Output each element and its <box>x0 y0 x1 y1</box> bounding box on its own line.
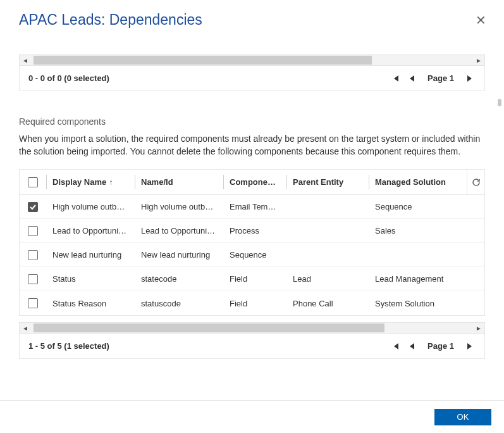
dialog-header: APAC Leads: Dependencies ✕ <box>0 0 504 35</box>
dialog-body: ◄ ► 0 - 0 of 0 (0 selected) Page 1 Requi… <box>0 35 504 390</box>
top-pager-status: 0 - 0 of 0 (0 selected) <box>28 73 109 83</box>
dialog-vertical-scrollbar[interactable] <box>496 35 501 390</box>
bottom-horizontal-scrollbar[interactable]: ◄ ► <box>19 322 485 334</box>
row-check-cell <box>20 226 46 236</box>
required-components-description: When you import a solution, the required… <box>19 133 485 158</box>
row-checkbox[interactable] <box>28 226 38 236</box>
cell-name-id: High volume outbou... <box>135 202 223 211</box>
select-all-checkbox[interactable] <box>28 177 38 187</box>
cell-name-id: statecode <box>135 274 223 284</box>
scroll-thumb[interactable] <box>34 323 384 332</box>
col-parent-entity-label: Parent Entity <box>293 177 343 187</box>
close-icon[interactable]: ✕ <box>473 11 489 29</box>
table-row[interactable]: High volume outbou...High volume outbou.… <box>20 195 484 219</box>
top-grid-footer: ◄ ► 0 - 0 of 0 (0 selected) Page 1 <box>19 54 485 91</box>
sort-asc-icon: ↑ <box>109 178 113 187</box>
col-managed-solution[interactable]: Managed Solution <box>369 170 467 194</box>
scroll-thumb[interactable] <box>34 56 372 65</box>
cell-name-id: statuscode <box>135 299 223 308</box>
dialog-footer: OK <box>0 400 504 433</box>
ok-button[interactable]: OK <box>434 409 491 425</box>
scroll-right-icon[interactable]: ► <box>473 325 484 332</box>
cell-component-type: Field <box>223 299 286 308</box>
top-pager-label: Page 1 <box>421 73 460 83</box>
cell-display-name: Status Reason <box>46 299 135 308</box>
cell-parent-entity: Lead <box>286 274 369 284</box>
col-component-type[interactable]: Component T... <box>223 170 286 194</box>
cell-component-type: Process <box>223 226 286 235</box>
top-pager: 0 - 0 of 0 (0 selected) Page 1 <box>19 66 485 91</box>
prev-page-icon[interactable] <box>406 341 417 351</box>
col-display-name-label: Display Name <box>52 177 106 187</box>
top-horizontal-scrollbar[interactable]: ◄ ► <box>19 54 485 66</box>
row-check-cell <box>20 250 46 260</box>
cell-display-name: Lead to Opportunity... <box>46 226 135 235</box>
first-page-icon[interactable] <box>390 73 402 84</box>
next-page-icon[interactable] <box>464 73 476 84</box>
cell-display-name: High volume outbou... <box>46 202 135 211</box>
grid-header-row: Display Name ↑ Name/Id Component T... Pa… <box>20 170 484 195</box>
cell-managed-solution: Sales <box>369 226 467 235</box>
table-row[interactable]: Lead to Opportunity...Lead to Opportunit… <box>20 219 484 243</box>
cell-component-type: Sequence <box>223 250 286 260</box>
row-check-cell <box>20 298 46 308</box>
top-pager-controls: Page 1 <box>390 73 476 84</box>
scroll-left-icon[interactable]: ◄ <box>20 57 31 64</box>
col-parent-entity[interactable]: Parent Entity <box>286 170 369 194</box>
cell-name-id: Lead to Opportunity... <box>135 226 223 235</box>
next-page-icon[interactable] <box>464 341 476 351</box>
table-row[interactable]: Status ReasonstatuscodeFieldPhone CallSy… <box>20 291 484 315</box>
cell-component-type: Field <box>223 274 286 284</box>
col-name-id[interactable]: Name/Id <box>135 170 223 194</box>
dialog-title: APAC Leads: Dependencies <box>19 11 202 28</box>
components-grid: Display Name ↑ Name/Id Component T... Pa… <box>19 169 485 316</box>
first-page-icon[interactable] <box>390 341 402 351</box>
bottom-pager-controls: Page 1 <box>390 341 476 351</box>
refresh-button[interactable] <box>467 170 484 194</box>
bottom-pager: 1 - 5 of 5 (1 selected) Page 1 <box>19 334 485 359</box>
col-name-id-label: Name/Id <box>141 177 173 187</box>
prev-page-icon[interactable] <box>406 73 417 84</box>
table-row[interactable]: StatusstatecodeFieldLeadLead Management <box>20 267 484 291</box>
row-checkbox[interactable] <box>28 274 38 284</box>
row-check-cell <box>20 202 46 212</box>
refresh-icon <box>472 178 481 187</box>
scroll-left-icon[interactable]: ◄ <box>20 325 31 332</box>
cell-managed-solution: System Solution <box>369 299 467 308</box>
row-checkbox[interactable] <box>28 202 38 212</box>
row-checkbox[interactable] <box>28 250 38 260</box>
col-display-name[interactable]: Display Name ↑ <box>46 170 135 194</box>
grid-body: High volume outbou...High volume outbou.… <box>20 195 484 315</box>
row-checkbox[interactable] <box>28 298 38 308</box>
bottom-pager-status: 1 - 5 of 5 (1 selected) <box>28 341 109 351</box>
cell-display-name: Status <box>46 274 135 284</box>
table-row[interactable]: New lead nurturingNew lead nurturingSequ… <box>20 243 484 267</box>
cell-name-id: New lead nurturing <box>135 250 223 260</box>
col-managed-solution-label: Managed Solution <box>375 177 446 187</box>
required-components-heading: Required components <box>19 116 485 127</box>
select-all-cell <box>20 170 46 194</box>
cell-parent-entity: Phone Call <box>286 299 369 308</box>
col-component-type-label: Component T... <box>230 177 280 187</box>
cell-component-type: Email Template <box>223 202 286 211</box>
bottom-pager-label: Page 1 <box>421 341 460 351</box>
cell-managed-solution: Sequence <box>369 202 467 211</box>
vertical-scroll-thumb[interactable] <box>498 99 501 106</box>
scroll-right-icon[interactable]: ► <box>473 57 484 64</box>
row-check-cell <box>20 274 46 284</box>
dependencies-dialog: APAC Leads: Dependencies ✕ ◄ ► 0 - 0 of … <box>0 0 504 433</box>
cell-managed-solution: Lead Management <box>369 274 467 284</box>
cell-display-name: New lead nurturing <box>46 250 135 260</box>
